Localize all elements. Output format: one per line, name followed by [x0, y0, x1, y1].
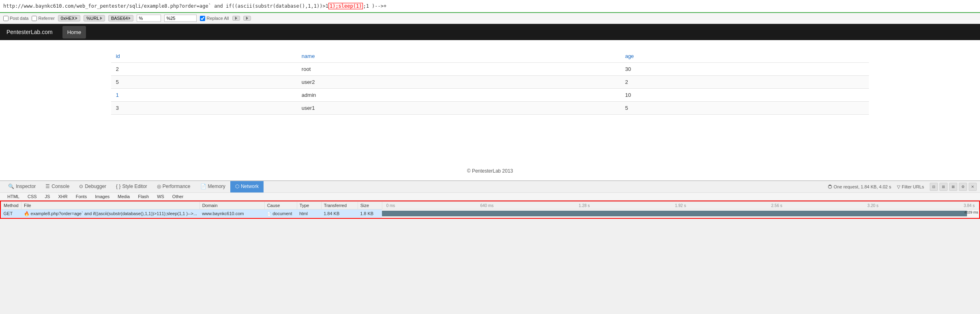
post-data-checkbox-label[interactable]: Post data: [3, 16, 28, 21]
referrer-checkbox[interactable]: [32, 16, 37, 21]
find-input[interactable]: [137, 15, 161, 22]
subtab-html[interactable]: HTML: [3, 193, 24, 200]
subtab-xhr[interactable]: XHR: [54, 193, 71, 200]
tab-style-editor[interactable]: { } Style Editor: [111, 181, 152, 192]
row-name: root: [297, 63, 620, 76]
row-method: GET: [1, 209, 21, 218]
replace-input[interactable]: [164, 15, 197, 22]
col-domain: Domain: [199, 202, 264, 209]
devtools-icons: ⊟ ⊞ ⊠ ⚙ ✕: [930, 183, 977, 191]
data-table: id name age 2root305user221admin103user1…: [111, 50, 869, 115]
url-btn[interactable]: %URL: [84, 15, 105, 21]
toolbar: Post data Referrer 0xHEX %URL BASE64 Rep…: [0, 13, 980, 24]
table-row: 2root30: [111, 63, 869, 76]
console-icon: ☰: [45, 184, 50, 189]
tab-memory[interactable]: 📄 Memory: [195, 181, 230, 192]
replace-arrow-btn[interactable]: [232, 16, 240, 21]
row-id[interactable]: 1: [111, 89, 297, 102]
style-editor-icon: { }: [116, 184, 120, 189]
timeline-end-label: 4029 ms: [964, 210, 978, 214]
tab-console[interactable]: ☰ Console: [41, 181, 74, 192]
col-header-name: name: [297, 50, 620, 63]
col-method: Method: [1, 202, 21, 209]
referrer-checkbox-label[interactable]: Referrer: [32, 16, 54, 21]
nav-home-link[interactable]: Home: [62, 26, 86, 38]
network-icon: ⬡: [235, 184, 239, 189]
subtab-images[interactable]: Images: [91, 193, 114, 200]
subtab-media[interactable]: Media: [114, 193, 134, 200]
split-horizontal-icon-btn[interactable]: ⊟: [930, 183, 938, 191]
replace-all-label[interactable]: Replace All: [200, 16, 229, 21]
loading-spinner-icon: [828, 185, 832, 189]
base64-btn[interactable]: BASE64: [108, 15, 134, 21]
url-bar: http://www.baynkc610.com/web_for_pentest…: [0, 0, 980, 13]
nav-bar: PentesterLab.com Home: [0, 24, 980, 40]
table-row: 1admin10: [111, 89, 869, 102]
row-age: 10: [620, 89, 869, 102]
nav-brand: PentesterLab.com: [6, 29, 53, 35]
split-vertical-icon-btn[interactable]: ⊞: [939, 183, 948, 191]
tab-performance[interactable]: ◎ Performance: [152, 181, 195, 192]
filter-urls-btn[interactable]: ▽ Filter URLs: [894, 184, 926, 190]
row-type: html: [297, 209, 321, 218]
row-name: user2: [297, 76, 620, 89]
subtab-css[interactable]: CSS: [24, 193, 41, 200]
file-icon: 🔥: [24, 211, 30, 216]
row-timeline: 4029 ms: [382, 209, 979, 218]
replace-arrow-btn2[interactable]: [243, 16, 251, 21]
devtools-tabs-bar: 🔍 Inspector ☰ Console ⊙ Debugger { } Sty…: [0, 181, 980, 193]
col-header-age: age: [620, 50, 869, 63]
row-age: 5: [620, 102, 869, 115]
col-type: Type: [297, 202, 321, 209]
col-cause: Cause: [264, 202, 297, 209]
post-data-checkbox[interactable]: [3, 16, 9, 21]
subtab-fonts[interactable]: Fonts: [72, 193, 91, 200]
subtab-ws[interactable]: WS: [153, 193, 168, 200]
debugger-icon: ⊙: [79, 184, 83, 189]
row-id: 5: [111, 76, 297, 89]
replace-arrow-icon2: [246, 17, 248, 20]
hex-btn[interactable]: 0xHEX: [58, 15, 80, 21]
row-id: 2: [111, 63, 297, 76]
devtools-subtabs-row: HTML CSS JS XHR Fonts Images Media Flash…: [0, 193, 980, 201]
request-info: One request, 1.84 KB, 4.02 s: [828, 184, 891, 189]
content-area: id name age 2root305user221admin103user1…: [0, 40, 980, 162]
tab-debugger[interactable]: ⊙ Debugger: [74, 181, 111, 192]
row-age: 30: [620, 63, 869, 76]
hex-arrow-icon: [75, 17, 77, 20]
network-area: Method File Domain Cause Type Transferre…: [0, 201, 980, 219]
row-id: 3: [111, 102, 297, 115]
subtab-flash[interactable]: Flash: [134, 193, 153, 200]
subtab-js[interactable]: JS: [41, 193, 54, 200]
col-transferred: Transferred: [321, 202, 358, 209]
devtools: 🔍 Inspector ☰ Console ⊙ Debugger { } Sty…: [0, 180, 980, 219]
url-text: http://www.baynkc610.com/web_for_pentest…: [3, 3, 386, 9]
subtab-other[interactable]: Other: [168, 193, 188, 200]
col-size: Size: [358, 202, 382, 209]
url-arrow-icon: [100, 17, 102, 20]
url-highlight: 1);sleep(1): [328, 3, 363, 9]
devtools-toolbar-right: One request, 1.84 KB, 4.02 s ▽ Filter UR…: [828, 183, 977, 191]
copyright: © PentesterLab 2013: [0, 162, 980, 180]
replace-arrow-icon: [235, 17, 237, 20]
tab-inspector[interactable]: 🔍 Inspector: [3, 181, 41, 192]
timeline-header: 0 ms 640 ms 1.28 s 1.92 s 2.56 s 3.20 s …: [385, 203, 976, 208]
popout-icon-btn[interactable]: ⊠: [949, 183, 957, 191]
inspector-icon: 🔍: [8, 184, 14, 189]
tab-network[interactable]: ⬡ Network: [230, 181, 264, 192]
network-table: Method File Domain Cause Type Transferre…: [1, 201, 979, 218]
row-file: 🔥 example8.php?order=age` and if((ascii(…: [21, 209, 200, 218]
url-after: ;1 )-->+: [363, 3, 386, 9]
settings-icon-btn[interactable]: ⚙: [959, 183, 967, 191]
close-icon-btn[interactable]: ✕: [969, 183, 977, 191]
cause-icon: 📄: [267, 212, 271, 216]
row-domain: www.baynkc610.com: [199, 209, 264, 218]
memory-icon: 📄: [200, 184, 206, 189]
row-name: admin: [297, 89, 620, 102]
replace-all-checkbox[interactable]: [200, 16, 205, 21]
table-row: 3user15: [111, 102, 869, 115]
performance-icon: ◎: [157, 184, 161, 189]
filter-icon: ▽: [897, 184, 900, 190]
base64-arrow-icon: [129, 17, 131, 20]
network-row[interactable]: GET 🔥 example8.php?order=age` and if((as…: [1, 209, 979, 218]
